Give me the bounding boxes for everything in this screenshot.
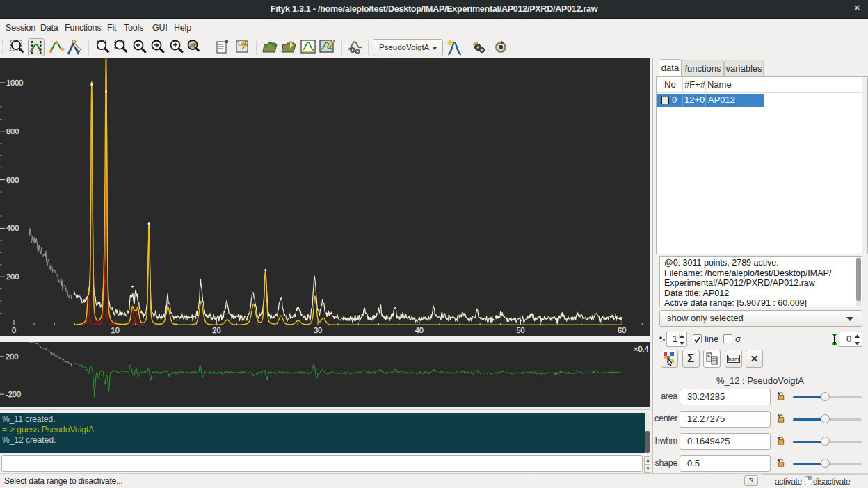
svg-text:×0.4: ×0.4 xyxy=(634,345,649,353)
svg-text:30: 30 xyxy=(314,326,322,334)
svg-text:20: 20 xyxy=(212,326,220,334)
svg-text:nam: nam xyxy=(728,356,739,362)
svg-text:1000: 1000 xyxy=(6,79,23,87)
svg-text:0: 0 xyxy=(12,326,16,334)
svg-text:800: 800 xyxy=(6,127,19,136)
svg-text:200: 200 xyxy=(6,273,19,281)
svg-text:-200: -200 xyxy=(6,390,21,398)
svg-text:200: 200 xyxy=(6,352,18,361)
svg-text:10: 10 xyxy=(111,326,120,334)
svg-text:60: 60 xyxy=(618,326,626,334)
svg-text:40: 40 xyxy=(415,326,424,334)
svg-text:400: 400 xyxy=(6,224,19,232)
svg-text:600: 600 xyxy=(6,176,19,184)
svg-text:50: 50 xyxy=(516,326,524,334)
